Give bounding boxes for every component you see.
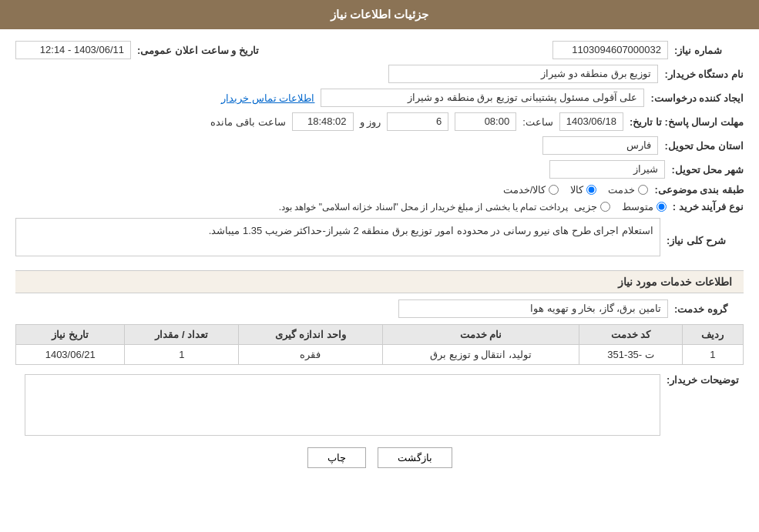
narration-label: شرح کلی نیاز: — [667, 235, 744, 246]
process-label: نوع فرآیند خرید : — [673, 201, 744, 212]
page-title: جزئیات اطلاعات نیاز — [331, 8, 428, 21]
service-group-label: گروه خدمت: — [674, 303, 744, 315]
province-label: استان محل تحویل: — [664, 140, 744, 152]
announcement-label: تاریخ و ساعت اعلان عمومی: — [137, 45, 259, 56]
province-row: استان محل تحویل: فارس — [15, 136, 744, 155]
buyer-org-label: نام دستگاه خریدار: — [664, 69, 744, 80]
services-table: ردیف کد خدمت نام خدمت واحد اندازه گیری ت… — [15, 324, 744, 365]
category-radio-service[interactable] — [638, 185, 648, 195]
services-table-section: ردیف کد خدمت نام خدمت واحد اندازه گیری ت… — [15, 324, 744, 365]
table-row: 1ت -35-351تولید، انتقال و توزیع برقفقره1… — [16, 345, 744, 365]
page-wrapper: جزئیات اطلاعات نیاز شماره نیاز: 11030946… — [0, 0, 759, 532]
process-note: پرداخت تمام یا بخشی از مبلغ خریدار از مح… — [279, 202, 568, 212]
process-label-medium: متوسط — [622, 201, 653, 212]
category-label: طبقه بندی موضوعی: — [654, 184, 744, 196]
deadline-time: 08:00 — [455, 112, 516, 131]
deadline-remaining-label: ساعت باقی مانده — [210, 116, 285, 128]
process-row: نوع فرآیند خرید : متوسط جزیی پرداخت تمام… — [15, 201, 744, 212]
page-header: جزئیات اطلاعات نیاز — [0, 0, 759, 29]
service-group-row: گروه خدمت: تامین برق، گاز، بخار و تهویه … — [15, 299, 744, 318]
deadline-days: 6 — [387, 112, 448, 131]
category-label-goods: کالا — [570, 184, 583, 196]
deadline-time-label: ساعت: — [522, 116, 553, 128]
table-cell-2: تولید، انتقال و توزیع برق — [382, 345, 579, 365]
table-cell-5: 1403/06/21 — [16, 345, 125, 365]
deadline-date: 1403/06/18 — [559, 112, 623, 131]
narration-section: شرح کلی نیاز: استعلام اجرای طرح های نیرو… — [15, 218, 744, 263]
process-radio-small[interactable] — [600, 202, 610, 212]
category-label-service: خدمت — [608, 184, 635, 196]
deadline-days-label: روز و — [360, 116, 381, 128]
category-radio-both[interactable] — [549, 185, 559, 195]
category-option-1[interactable]: کالا — [570, 184, 596, 196]
services-section-title: اطلاعات خدمات مورد نیاز — [15, 270, 744, 293]
need-number-value: 1103094607000032 — [552, 41, 668, 59]
service-group-value: تامین برق، گاز، بخار و تهویه هوا — [398, 299, 668, 318]
city-label: شهر محل تحویل: — [671, 164, 744, 176]
province-value: فارس — [542, 136, 658, 155]
deadline-row: مهلت ارسال پاسخ: تا تاریخ: 1403/06/18 سا… — [15, 112, 744, 131]
category-row: طبقه بندی موضوعی: خدمت کالا کالا/خدمت — [15, 184, 744, 196]
process-radio-medium[interactable] — [657, 202, 667, 212]
col-code: کد خدمت — [579, 325, 682, 345]
need-number-label: شماره نیاز: — [674, 45, 744, 56]
creator-label: ایجاد کننده درخواست: — [650, 92, 744, 104]
category-option-3[interactable]: کالا/خدمت — [503, 184, 559, 196]
city-row: شهر محل تحویل: شیراز — [15, 160, 744, 179]
print-button[interactable]: چاپ — [307, 447, 366, 468]
back-button[interactable]: بازگشت — [378, 447, 452, 468]
category-radio-goods[interactable] — [586, 185, 596, 195]
table-cell-1: ت -35-351 — [579, 345, 682, 365]
creator-row: ایجاد کننده درخواست: علی آقولی مسئول پشت… — [15, 89, 744, 107]
announcement-value: 1403/06/11 - 12:14 — [15, 41, 131, 59]
table-cell-0: 1 — [682, 345, 743, 365]
col-date: تاریخ نیاز — [16, 325, 125, 345]
creator-link[interactable]: اطلاعات تماس خریدار — [221, 92, 314, 104]
buyer-desc-row: توضیحات خریدار: — [15, 374, 744, 436]
deadline-remaining: 18:48:02 — [292, 112, 354, 131]
buyer-desc-textarea[interactable] — [25, 374, 660, 436]
table-cell-3: فقره — [239, 345, 382, 365]
process-option-medium[interactable]: متوسط — [622, 201, 667, 212]
buyer-description-section: توضیحات خریدار: — [15, 374, 744, 436]
col-qty: تعداد / مقدار — [125, 325, 239, 345]
narration-value: استعلام اجرای طرح های نیرو رسانی در محدو… — [15, 218, 660, 256]
category-label-both: کالا/خدمت — [503, 184, 546, 196]
table-cell-4: 1 — [125, 345, 239, 365]
buyer-desc-label: توضیحات خریدار: — [667, 374, 744, 386]
narration-label-row: شرح کلی نیاز: استعلام اجرای طرح های نیرو… — [15, 218, 744, 263]
category-option-2[interactable]: خدمت — [608, 184, 648, 196]
button-row: بازگشت چاپ — [15, 447, 744, 483]
col-unit: واحد اندازه گیری — [239, 325, 382, 345]
table-body: 1ت -35-351تولید، انتقال و توزیع برقفقره1… — [16, 345, 744, 365]
city-value: شیراز — [549, 160, 665, 179]
process-option-small[interactable]: جزیی — [574, 201, 610, 212]
content-area: شماره نیاز: 1103094607000032 تاریخ و ساع… — [0, 29, 759, 495]
process-radio-group: متوسط جزیی — [574, 201, 667, 212]
creator-value: علی آقولی مسئول پشتیبانی توزیع برق منطقه… — [321, 89, 644, 107]
table-header: ردیف کد خدمت نام خدمت واحد اندازه گیری ت… — [16, 325, 744, 345]
need-number-row: شماره نیاز: 1103094607000032 تاریخ و ساع… — [15, 41, 744, 59]
process-label-small: جزیی — [574, 201, 597, 212]
col-name: نام خدمت — [382, 325, 579, 345]
col-row: ردیف — [682, 325, 743, 345]
deadline-label: مهلت ارسال پاسخ: تا تاریخ: — [630, 116, 744, 128]
buyer-org-row: نام دستگاه خریدار: توزیع برق منطقه دو شی… — [15, 65, 744, 83]
category-radio-group: خدمت کالا کالا/خدمت — [503, 184, 649, 196]
buyer-org-value: توزیع برق منطقه دو شیراز — [388, 65, 658, 83]
